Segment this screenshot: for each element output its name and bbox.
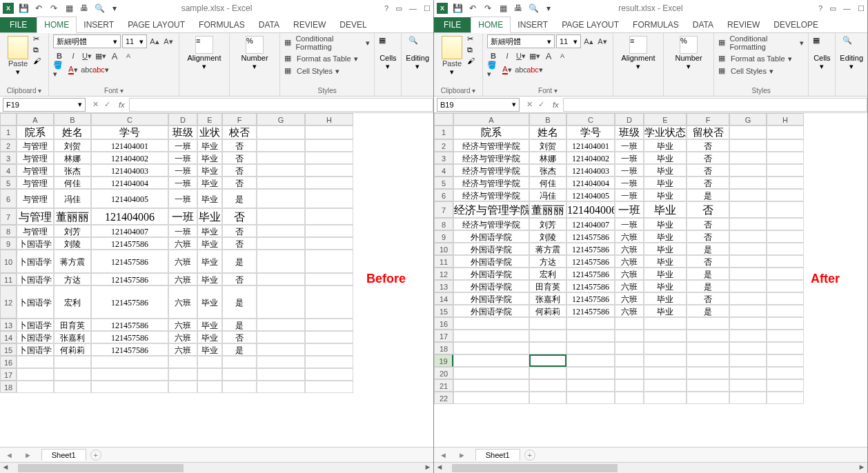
- cell[interactable]: [566, 392, 615, 404]
- cell[interactable]: 121404005: [91, 189, 168, 208]
- cell[interactable]: 外国语学院: [453, 255, 529, 268]
- cell[interactable]: [767, 243, 804, 255]
- column-header[interactable]: A: [17, 113, 54, 125]
- cell[interactable]: 否: [687, 164, 729, 177]
- formulas-tab[interactable]: FORMULAS: [626, 17, 686, 32]
- cell[interactable]: [644, 342, 687, 354]
- cell[interactable]: 刘贺: [529, 139, 566, 152]
- cell[interactable]: 否: [222, 139, 257, 152]
- insert-tab[interactable]: INSERT: [77, 17, 121, 32]
- fx-icon[interactable]: fx: [115, 101, 129, 109]
- cell[interactable]: [767, 317, 804, 330]
- column-header[interactable]: F: [687, 113, 729, 125]
- cell[interactable]: 冯佳: [529, 189, 566, 201]
- cell[interactable]: 六班: [168, 250, 197, 273]
- cell[interactable]: 董丽丽: [54, 208, 91, 225]
- cell[interactable]: [729, 201, 767, 218]
- cell[interactable]: [767, 139, 804, 152]
- row-header[interactable]: 22: [434, 392, 453, 404]
- cell[interactable]: [767, 189, 804, 201]
- cell[interactable]: 毕业: [644, 218, 687, 230]
- cell[interactable]: 是: [687, 280, 729, 292]
- cell[interactable]: 否: [687, 139, 729, 152]
- cell[interactable]: 卜国语学: [17, 273, 54, 285]
- cell[interactable]: [17, 381, 54, 393]
- font-small-a[interactable]: A: [122, 50, 135, 62]
- cell[interactable]: 毕业: [197, 189, 222, 208]
- column-header[interactable]: F: [222, 113, 257, 125]
- cell[interactable]: 是: [687, 268, 729, 280]
- row-header[interactable]: 15: [434, 305, 453, 317]
- cell[interactable]: 方达: [54, 273, 91, 285]
- cell[interactable]: 是: [222, 343, 257, 356]
- cancel-icon[interactable]: ✕: [92, 100, 99, 109]
- cell[interactable]: [566, 330, 615, 342]
- scroll-right-icon[interactable]: ►: [856, 463, 867, 473]
- column-header[interactable]: H: [305, 113, 353, 125]
- cell[interactable]: 121404004: [91, 177, 168, 189]
- cell[interactable]: 否: [687, 201, 729, 218]
- select-all-cell[interactable]: [434, 113, 453, 125]
- cut-icon[interactable]: ✂: [33, 34, 44, 44]
- cell[interactable]: 121457586: [566, 280, 615, 292]
- cell[interactable]: [767, 367, 804, 379]
- paste-button[interactable]: Paste▾: [4, 34, 32, 77]
- cell[interactable]: 院系: [453, 125, 529, 139]
- row-header[interactable]: 13: [434, 280, 453, 292]
- cell[interactable]: [529, 342, 566, 354]
- italic-button[interactable]: I: [501, 50, 513, 62]
- cell[interactable]: 与管理: [17, 139, 54, 152]
- cell[interactable]: [767, 201, 804, 218]
- qat-dropdown-icon[interactable]: ▾: [543, 3, 554, 14]
- cell[interactable]: 刘芳: [54, 225, 91, 237]
- cell[interactable]: [644, 354, 687, 367]
- number-button[interactable]: %Number▾: [668, 34, 709, 71]
- format-painter-icon[interactable]: 🖌: [33, 57, 44, 66]
- cell[interactable]: 否: [222, 273, 257, 285]
- cell[interactable]: [687, 392, 729, 404]
- cell[interactable]: 与管理: [17, 152, 54, 164]
- name-box[interactable]: F19 ▾: [3, 98, 86, 112]
- cell[interactable]: 121457586: [91, 331, 168, 343]
- cells-button[interactable]: ▦Cells▾: [379, 34, 397, 71]
- cell[interactable]: 一班: [168, 189, 197, 208]
- cell[interactable]: [767, 280, 804, 292]
- cell[interactable]: [257, 343, 305, 356]
- qat-dropdown-icon[interactable]: ▾: [109, 3, 120, 14]
- cell[interactable]: [529, 392, 566, 404]
- cell[interactable]: 否: [222, 152, 257, 164]
- cell[interactable]: 毕业: [197, 237, 222, 250]
- cell[interactable]: 六班: [615, 292, 644, 305]
- row-header[interactable]: 18: [434, 342, 453, 354]
- sheet-nav-prev-icon[interactable]: ◄: [434, 451, 453, 459]
- cell[interactable]: [729, 379, 767, 392]
- cell[interactable]: [529, 330, 566, 342]
- cell[interactable]: 是: [222, 319, 257, 331]
- row-header[interactable]: 1: [0, 125, 17, 139]
- row-header[interactable]: 1: [434, 125, 453, 139]
- cell[interactable]: 与管理: [17, 208, 54, 225]
- row-header[interactable]: 16: [434, 317, 453, 330]
- cell[interactable]: 外国语学院: [453, 230, 529, 243]
- row-header[interactable]: 8: [0, 225, 17, 237]
- cell[interactable]: 毕业: [644, 201, 687, 218]
- undo-icon[interactable]: ↶: [33, 3, 44, 14]
- cell[interactable]: 经济与管理学院: [453, 152, 529, 164]
- cells-button[interactable]: ▦Cells▾: [813, 34, 831, 71]
- cell[interactable]: 121457586: [566, 268, 615, 280]
- editing-button[interactable]: 🔍Editing▾: [840, 34, 863, 71]
- cell[interactable]: 毕业: [644, 139, 687, 152]
- cell[interactable]: [257, 189, 305, 208]
- cell[interactable]: 是: [222, 285, 257, 319]
- cell[interactable]: [767, 330, 804, 342]
- column-header[interactable]: D: [615, 113, 644, 125]
- cell[interactable]: [17, 356, 54, 368]
- cell[interactable]: 否: [222, 177, 257, 189]
- cell[interactable]: 121457586: [91, 285, 168, 319]
- cell[interactable]: 一班: [168, 177, 197, 189]
- cell[interactable]: [222, 356, 257, 368]
- cell[interactable]: 是: [687, 305, 729, 317]
- cell[interactable]: [644, 317, 687, 330]
- cell[interactable]: 毕业: [197, 273, 222, 285]
- cell[interactable]: 是: [687, 243, 729, 255]
